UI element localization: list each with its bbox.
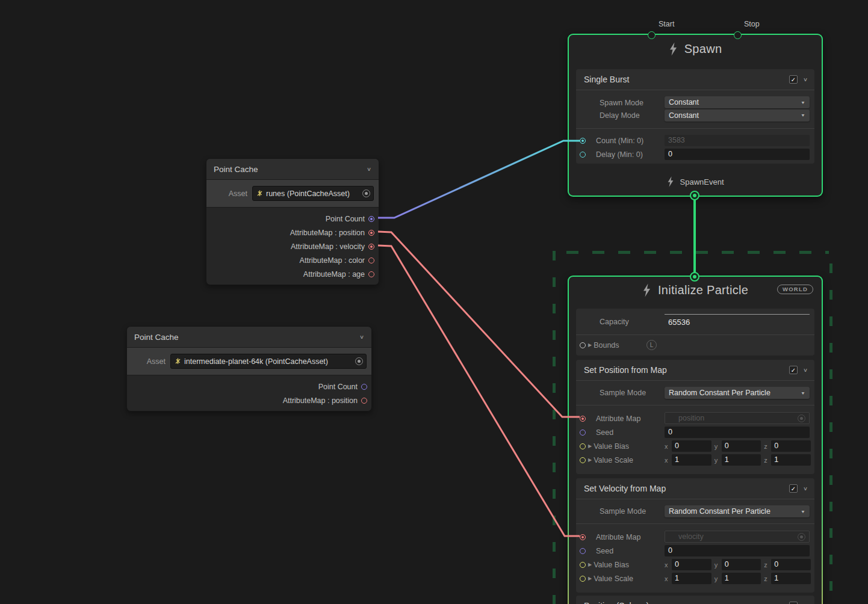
block-chevron-icon[interactable]: ∨ xyxy=(803,485,808,492)
seed-field[interactable]: 0 xyxy=(665,545,810,556)
block-chevron-icon[interactable]: ∨ xyxy=(803,367,808,373)
port-label: Point Count xyxy=(326,215,365,223)
port-bounds[interactable] xyxy=(580,342,586,348)
flow-port-stop[interactable] xyxy=(734,31,742,39)
port-attributemap-position[interactable] xyxy=(368,230,374,236)
block-enabled-checkbox[interactable]: ✓ xyxy=(789,484,798,493)
value-scale-expander-icon[interactable]: ▶ xyxy=(588,457,592,463)
port-value-bias[interactable] xyxy=(580,443,586,449)
asset-field[interactable]: runes (PointCacheAsset) xyxy=(252,186,374,201)
collapse-chevron-icon[interactable]: ∨ xyxy=(359,334,364,340)
edge-position-to-attributemap xyxy=(378,232,580,417)
axis-x-label: x xyxy=(665,457,669,464)
axis-y-label: y xyxy=(715,457,719,464)
node-initialize-particle[interactable]: Initialize Particle WORLD Capacity 65536… xyxy=(568,276,823,604)
port-delay[interactable] xyxy=(580,152,586,158)
port-attribute-map[interactable] xyxy=(580,416,586,422)
input-row: ▶ Value Scale x 1 y 1 z 1 xyxy=(576,572,814,585)
port-attribute-map[interactable] xyxy=(580,534,586,540)
node-header[interactable]: Point Cache ∨ xyxy=(206,159,379,180)
port-point-count[interactable] xyxy=(368,216,374,222)
capacity-field[interactable]: 65536 xyxy=(665,314,810,328)
delay-mode-dropdown[interactable]: Constant ▼ xyxy=(665,109,810,122)
sample-mode-dropdown[interactable]: Random Constant Per Particle ▼ xyxy=(665,387,810,399)
pointcache-asset-icon xyxy=(256,190,264,197)
port-attributemap-velocity[interactable] xyxy=(368,244,374,250)
block-title: Set Position from Map xyxy=(584,365,784,375)
flow-port-initialize-input[interactable] xyxy=(690,272,699,282)
count-label: Count (Min: 0) xyxy=(596,137,643,145)
port-value-scale[interactable] xyxy=(580,457,586,463)
port-count[interactable] xyxy=(580,138,586,144)
output-row: Point Count xyxy=(127,380,369,393)
pointcache-asset-icon xyxy=(174,357,182,365)
asset-field[interactable]: intermediate-planet-64k (PointCacheAsset… xyxy=(170,354,367,369)
settings-section: Sample Mode Random Constant Per Particle… xyxy=(576,499,814,523)
value-scale-expander-icon[interactable]: ▶ xyxy=(588,576,592,581)
port-attributemap-color[interactable] xyxy=(368,257,374,263)
block-capacity-bounds[interactable]: Capacity 65536 ▶ Bounds L xyxy=(576,309,814,356)
port-seed[interactable] xyxy=(580,430,586,436)
sample-mode-label: Sample Mode xyxy=(600,507,646,516)
node-spawn[interactable]: Start Stop Spawn Single Burst ✓ ∨ Spawn … xyxy=(568,34,823,197)
seed-field[interactable]: 0 xyxy=(665,427,810,438)
bounds-expander-icon[interactable]: ▶ xyxy=(588,342,592,348)
block-set-position-from-map[interactable]: Set Position from Map ✓ ∨ Sample Mode Ra… xyxy=(576,360,814,474)
spawn-mode-dropdown[interactable]: Constant ▼ xyxy=(665,96,810,108)
delay-field[interactable]: 0 xyxy=(665,149,810,160)
value-scale-z-field[interactable]: 1 xyxy=(771,454,811,466)
value-bias-label: Value Bias xyxy=(594,561,629,569)
port-point-count[interactable] xyxy=(361,384,367,390)
value-bias-expander-icon[interactable]: ▶ xyxy=(588,443,592,449)
node-point-cache-planet[interactable]: Point Cache ∨ Asset intermediate-planet-… xyxy=(126,326,372,411)
axis-x-label: x xyxy=(665,575,669,582)
value-bias-x-field[interactable]: 0 xyxy=(672,440,711,452)
port-value-scale[interactable] xyxy=(580,576,586,582)
block-enabled-checkbox[interactable]: ✓ xyxy=(789,366,798,374)
value-scale-z-field[interactable]: 1 xyxy=(771,573,811,584)
block-position-sphere[interactable]: Position (Sphere) ✓ ∨ xyxy=(576,596,814,604)
flow-port-start[interactable] xyxy=(648,31,656,39)
block-enabled-checkbox[interactable]: ✓ xyxy=(789,75,798,84)
node-title: Point Cache xyxy=(214,165,367,174)
port-value-bias[interactable] xyxy=(580,562,586,568)
node-header[interactable]: Point Cache ∨ xyxy=(127,327,371,348)
port-seed[interactable] xyxy=(580,548,586,554)
value-bias-x-field[interactable]: 0 xyxy=(672,559,711,570)
value-scale-y-field[interactable]: 1 xyxy=(722,454,761,466)
value-bias-label: Value Bias xyxy=(594,442,629,451)
input-row: Delay (Min: 0) 0 xyxy=(576,147,814,161)
value-bias-expander-icon[interactable]: ▶ xyxy=(588,562,592,567)
value-scale-x-field[interactable]: 1 xyxy=(672,573,711,584)
object-picker-icon[interactable] xyxy=(362,190,370,197)
value-bias-z-field[interactable]: 0 xyxy=(771,559,811,570)
node-point-cache-runes[interactable]: Point Cache ∨ Asset runes (PointCacheAss… xyxy=(206,158,379,285)
local-space-icon[interactable]: L xyxy=(646,340,657,350)
settings-section: Spawn Mode Constant ▼ Delay Mode C xyxy=(576,90,814,128)
port-attributemap-age[interactable] xyxy=(368,271,374,277)
world-space-badge[interactable]: WORLD xyxy=(777,285,813,294)
setting-row: Spawn Mode Constant ▼ xyxy=(576,96,814,109)
value-bias-y-field[interactable]: 0 xyxy=(722,559,761,570)
port-attributemap-position[interactable] xyxy=(361,398,367,404)
block-header: Single Burst ✓ ∨ xyxy=(576,69,814,90)
value-bias-y-field[interactable]: 0 xyxy=(722,440,761,452)
bounds-row: ▶ Bounds L xyxy=(576,334,814,355)
block-single-burst[interactable]: Single Burst ✓ ∨ Spawn Mode Constant ▼ xyxy=(576,69,814,164)
collapse-chevron-icon[interactable]: ∨ xyxy=(367,166,371,172)
block-set-velocity-from-map[interactable]: Set Velocity from Map ✓ ∨ Sample Mode Ra… xyxy=(576,478,814,593)
attribute-map-value: velocity xyxy=(678,532,704,541)
sample-mode-dropdown[interactable]: Random Constant Per Particle ▼ xyxy=(665,505,810,517)
output-row: AttributeMap : position xyxy=(127,393,369,407)
block-chevron-icon[interactable]: ∨ xyxy=(803,76,808,82)
object-picker-icon[interactable] xyxy=(355,357,363,365)
sample-mode-value: Random Constant Per Particle xyxy=(669,389,770,397)
value-scale-x-field[interactable]: 1 xyxy=(672,454,711,466)
flow-port-spawn-output[interactable] xyxy=(690,191,699,200)
output-port-list: Point Count AttributeMap : position xyxy=(127,375,371,411)
value-bias-z-field[interactable]: 0 xyxy=(771,440,811,452)
value-scale-y-field[interactable]: 1 xyxy=(722,573,761,584)
lightning-icon xyxy=(667,176,674,187)
vfx-graph-canvas[interactable]: Point Cache ∨ Asset runes (PointCacheAss… xyxy=(0,0,868,604)
block-enabled-checkbox[interactable]: ✓ xyxy=(789,602,798,604)
